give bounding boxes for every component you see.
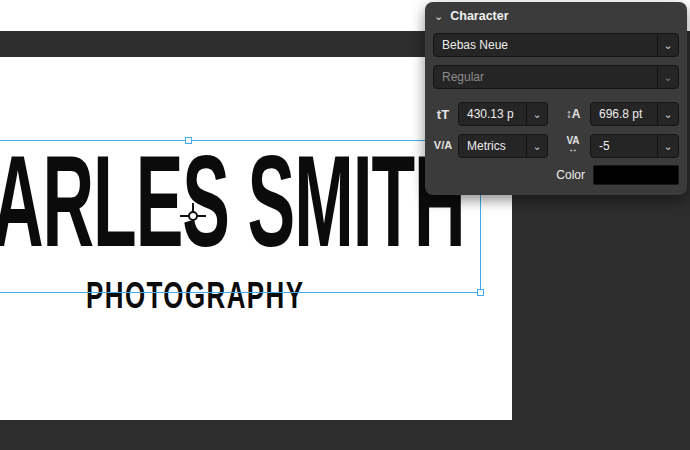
tracking-field[interactable]: -5 ⌄ [590,134,679,158]
leading-icon: ↕A [561,108,585,120]
selection-handle-bottom-right[interactable] [477,289,484,296]
chevron-down-icon[interactable]: ⌄ [657,103,678,125]
canvas-text-subheadline[interactable]: PHOTOGRAPHY [86,278,304,314]
kerning-value: Metrics [459,139,526,153]
font-size-value: 430.13 p [459,107,526,121]
font-family-value: Bebas Neue [434,38,657,52]
leading-field[interactable]: 696.8 pt ⌄ [590,102,679,126]
precision-cursor-icon [180,203,206,233]
leading-value: 696.8 pt [591,107,657,121]
font-size-field[interactable]: 430.13 p ⌄ [458,102,548,126]
font-family-select[interactable]: Bebas Neue ⌄ [433,33,679,57]
color-swatch[interactable] [593,165,679,185]
character-panel-header: ⌄ Character [434,9,509,23]
chevron-down-icon[interactable]: ⌄ [657,135,678,157]
font-style-value: Regular [434,70,657,84]
kerning-icon: V/A [431,140,455,151]
selection-edge-bottom[interactable] [0,292,481,293]
chevron-down-icon[interactable]: ⌄ [526,135,547,157]
canvas-text-headline[interactable]: ARLES SMITH [0,136,465,266]
app-window: ARLES SMITH PHOTOGRAPHY ⌄ Character Beba… [0,0,690,450]
panel-title: Character [450,9,508,23]
character-panel: ⌄ Character Bebas Neue ⌄ Regular ⌄ tT 43… [425,2,687,195]
selection-handle-top[interactable] [185,137,192,144]
chevron-down-icon[interactable]: ⌄ [526,103,547,125]
color-label: Color [511,168,585,182]
tracking-icon-arrow: ↔ [568,144,578,154]
tracking-icon: VA ↔ [561,136,585,154]
font-size-icon: tT [431,108,455,121]
kerning-field[interactable]: Metrics ⌄ [458,134,548,158]
font-style-select[interactable]: Regular ⌄ [433,65,679,89]
chevron-down-icon[interactable]: ⌄ [657,34,678,56]
selection-edge-top[interactable] [0,140,481,141]
chevron-down-icon[interactable]: ⌄ [657,66,678,88]
collapse-chevron-icon[interactable]: ⌄ [434,11,443,22]
tracking-value: -5 [591,139,657,153]
